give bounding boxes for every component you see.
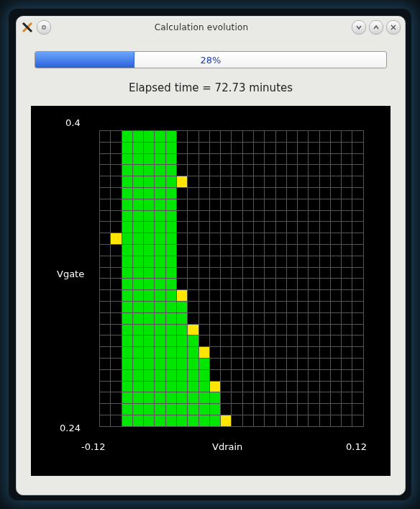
heatmap-cell xyxy=(122,381,132,392)
heatmap-cell xyxy=(155,165,165,176)
heatmap-cell xyxy=(330,358,341,369)
heatmap-cell xyxy=(100,153,111,165)
heatmap-cell xyxy=(309,301,319,312)
heatmap-cell xyxy=(342,199,352,210)
heatmap-cell xyxy=(265,256,275,267)
heatmap-cell xyxy=(111,131,122,143)
heatmap-cell xyxy=(209,335,220,347)
heatmap-cell xyxy=(122,404,132,415)
heatmap-cell xyxy=(209,142,220,153)
heatmap-cell xyxy=(198,165,209,176)
heatmap-cell xyxy=(198,301,209,312)
heatmap-cell xyxy=(188,256,198,267)
heatmap-cell xyxy=(100,165,111,176)
heatmap-cell xyxy=(155,222,165,233)
heatmap-cell xyxy=(298,369,309,381)
heatmap-cell xyxy=(330,176,341,188)
titlebar[interactable]: Calculation evolution xyxy=(17,17,405,38)
heatmap-cell xyxy=(265,290,275,302)
heatmap-cell xyxy=(319,392,330,404)
heatmap-cell xyxy=(188,312,198,324)
heatmap-cell xyxy=(298,256,309,267)
heatmap-cell xyxy=(155,176,165,188)
heatmap-cell xyxy=(209,222,220,233)
heatmap-cell xyxy=(132,256,143,267)
close-button[interactable] xyxy=(386,20,401,35)
heatmap-cell xyxy=(232,165,242,176)
heatmap-cell xyxy=(253,335,264,347)
heatmap-cell xyxy=(176,256,187,267)
heatmap-cell xyxy=(286,358,297,369)
heatmap-cell xyxy=(176,358,187,369)
heatmap-cell xyxy=(132,312,143,324)
heatmap-cell xyxy=(242,279,253,290)
minimize-button[interactable] xyxy=(352,20,366,35)
heatmap-cell xyxy=(319,347,330,359)
heatmap-cell xyxy=(132,267,143,279)
progress-label: 28% xyxy=(35,52,386,68)
heatmap-cell xyxy=(198,153,209,165)
heatmap-cell xyxy=(330,279,341,290)
heatmap-cell xyxy=(352,369,364,381)
heatmap-cell xyxy=(144,244,155,256)
heatmap-cell xyxy=(144,290,155,302)
heatmap-cell xyxy=(221,301,232,312)
heatmap-cell xyxy=(198,244,209,256)
heatmap-cell xyxy=(275,165,286,176)
heatmap-cell xyxy=(265,404,275,415)
heatmap-cell xyxy=(309,369,319,381)
heatmap-cell xyxy=(319,176,330,188)
heatmap-cell xyxy=(298,381,309,392)
heatmap-cell xyxy=(232,324,242,335)
heatmap-cell xyxy=(298,290,309,302)
heatmap-cell xyxy=(209,187,220,199)
heatmap-cell xyxy=(221,199,232,210)
heatmap-cell xyxy=(265,165,275,176)
heatmap-cell xyxy=(242,131,253,143)
heatmap-cell xyxy=(100,347,111,359)
heatmap-cell xyxy=(352,312,364,324)
heatmap-cell xyxy=(144,142,155,153)
heatmap-cell xyxy=(286,279,297,290)
heatmap-cell xyxy=(209,244,220,256)
heatmap-cell xyxy=(352,222,364,233)
heatmap-cell xyxy=(352,176,364,188)
heatmap-cell xyxy=(352,404,364,415)
heatmap-cell xyxy=(352,358,364,369)
heatmap-cell xyxy=(100,210,111,222)
heatmap-cell xyxy=(165,279,176,290)
heatmap-cell xyxy=(330,415,341,426)
heatmap-cell xyxy=(165,324,176,335)
heatmap-cell xyxy=(253,244,264,256)
heatmap-cell xyxy=(319,199,330,210)
heatmap-cell xyxy=(144,267,155,279)
heatmap-cell xyxy=(342,347,352,359)
heatmap-cell xyxy=(198,142,209,153)
heatmap-cell xyxy=(232,233,242,245)
heatmap-cell xyxy=(165,358,176,369)
heatmap-cell xyxy=(198,290,209,302)
heatmap-cell xyxy=(144,358,155,369)
heatmap-cell xyxy=(342,165,352,176)
heatmap-cell xyxy=(165,256,176,267)
heatmap-cell xyxy=(122,301,132,312)
heatmap-cell xyxy=(298,301,309,312)
heatmap-cell xyxy=(242,244,253,256)
heatmap-cell xyxy=(132,335,143,347)
heatmap-cell xyxy=(188,142,198,153)
heatmap-cell xyxy=(221,165,232,176)
heatmap-cell xyxy=(188,199,198,210)
window-menu-button[interactable] xyxy=(37,20,51,35)
heatmap-cell xyxy=(253,176,264,188)
heatmap-cell xyxy=(176,187,187,199)
heatmap-cell xyxy=(319,165,330,176)
heatmap-cell xyxy=(144,324,155,335)
maximize-button[interactable] xyxy=(369,20,383,35)
heatmap-cell xyxy=(242,347,253,359)
heatmap-cell xyxy=(165,233,176,245)
heatmap-cell xyxy=(286,187,297,199)
heatmap-cell xyxy=(132,210,143,222)
heatmap-cell xyxy=(188,358,198,369)
heatmap-cell xyxy=(253,131,264,143)
heatmap-cell xyxy=(188,415,198,426)
